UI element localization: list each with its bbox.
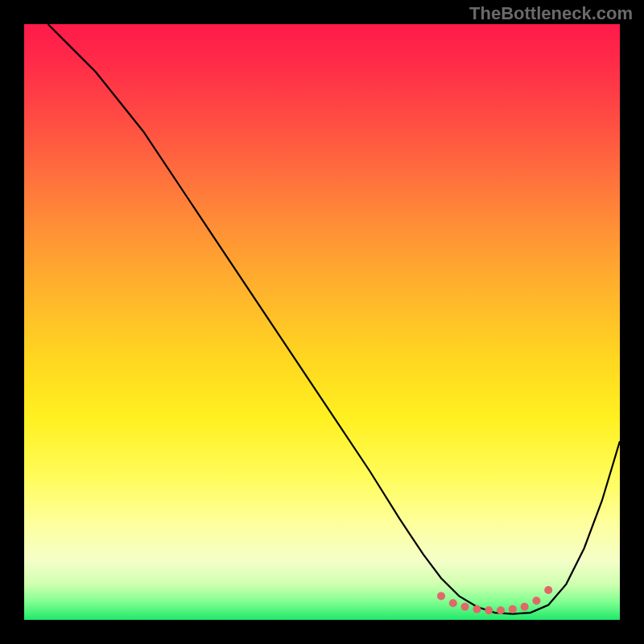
chart-marker bbox=[473, 605, 481, 613]
chart-marker bbox=[532, 597, 540, 605]
chart-curve bbox=[48, 24, 620, 614]
watermark-text: TheBottleneck.com bbox=[469, 3, 633, 24]
chart-marker bbox=[544, 586, 552, 594]
chart-plot-area bbox=[24, 24, 620, 620]
chart-marker bbox=[521, 603, 529, 611]
chart-marker bbox=[461, 603, 469, 611]
chart-marker bbox=[437, 592, 445, 600]
chart-marker bbox=[497, 606, 505, 614]
chart-marker bbox=[509, 605, 517, 613]
chart-marker bbox=[485, 606, 493, 614]
chart-overlay bbox=[24, 24, 620, 620]
chart-marker bbox=[449, 599, 457, 607]
